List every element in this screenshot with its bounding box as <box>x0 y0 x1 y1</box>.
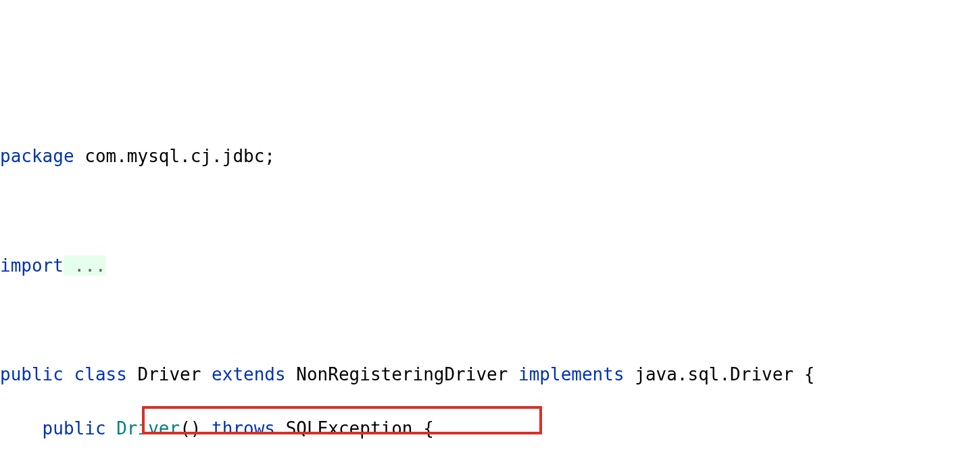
code-line: package com.mysql.cj.jdbc; <box>0 143 980 170</box>
class-name: Driver <box>127 364 201 384</box>
code-text: java.sql.Driver { <box>624 364 815 384</box>
keyword-import: import <box>0 255 64 276</box>
code-line: public Driver() throws SQLException { <box>0 415 980 442</box>
code-text: NonRegisteringDriver <box>286 364 508 384</box>
code-line-empty <box>0 197 980 224</box>
code-line: import ... <box>0 252 980 279</box>
keyword-extends: extends <box>201 364 285 384</box>
keyword-throws: throws <box>201 418 275 439</box>
code-text: () <box>180 418 201 439</box>
code-text: SQLException { <box>275 418 434 439</box>
code-line: public class Driver extends NonRegisteri… <box>0 361 980 388</box>
keyword-public: public <box>0 364 64 384</box>
keyword-public: public <box>0 418 106 439</box>
code-editor[interactable]: package com.mysql.cj.jdbc; import ... pu… <box>0 116 980 450</box>
constructor-name: Driver <box>106 418 180 439</box>
code-text: com.mysql.cj.jdbc; <box>74 146 275 166</box>
folded-imports[interactable]: ... <box>64 255 106 276</box>
keyword-package: package <box>0 146 74 166</box>
keyword-class: class <box>64 364 127 384</box>
code-line-empty <box>0 306 980 333</box>
keyword-implements: implements <box>508 364 624 384</box>
